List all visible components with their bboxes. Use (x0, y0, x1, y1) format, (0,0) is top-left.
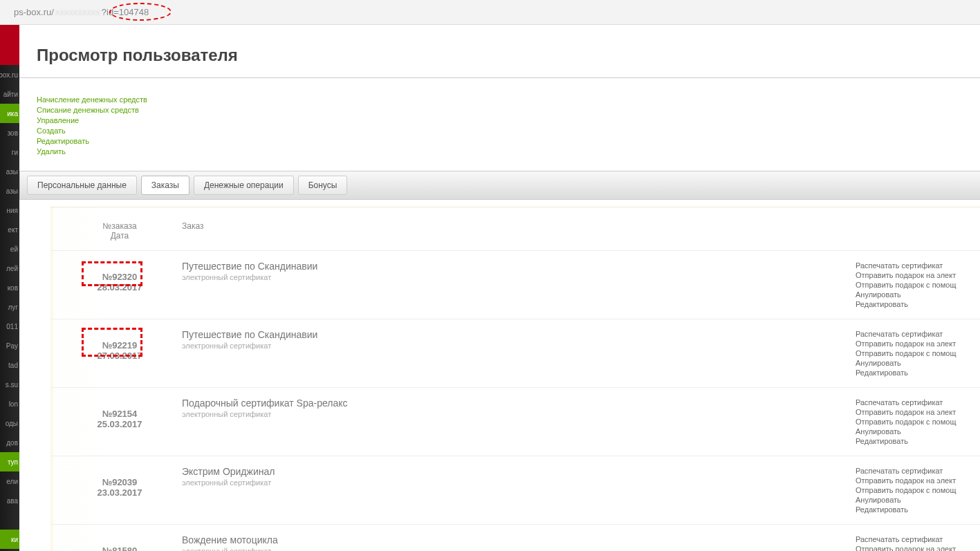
sidebar-item-15[interactable]: tad (0, 355, 19, 375)
sidebar-item-11[interactable]: ков (0, 278, 19, 297)
send-email-link[interactable]: Отправить подарок на элект (856, 476, 977, 485)
order-number: №92039 (64, 477, 175, 487)
order-number: №92154 (64, 409, 175, 419)
action-links: Начисление денежных средствСписание дене… (37, 95, 980, 157)
action-link-3[interactable]: Создать (37, 126, 980, 136)
tab-0[interactable]: Персональные данные (27, 176, 137, 195)
edit-link[interactable]: Редактировать (856, 368, 977, 377)
send-help-link[interactable]: Отправить подарок с помощ (856, 280, 977, 290)
sidebar-item-5[interactable]: азы (0, 162, 19, 181)
sidebar-item-13[interactable]: 011 (0, 317, 19, 336)
sidebar-item-3[interactable]: зов (0, 123, 19, 142)
orders-container: №заказа Дата Заказ №9232028.03.2017Путеш… (50, 207, 980, 551)
header-date-label: Дата (111, 231, 129, 241)
order-title: Подарочный сертификат Spa-релакс (182, 398, 856, 409)
sidebar-item-24[interactable]: ки (0, 530, 19, 549)
sidebar-item-17[interactable]: lon (0, 394, 19, 413)
order-subtitle: электронный сертификат (182, 273, 856, 281)
sidebar: box.ruайтииказовгиазыазынияектейлейковлу… (0, 25, 19, 551)
sidebar-item-22[interactable]: ава (0, 491, 19, 510)
sidebar-item-19[interactable]: дов (0, 433, 19, 452)
order-body: Подарочный сертификат Spa-релаксэлектрон… (175, 398, 856, 446)
order-actions: Распечатать сертификатОтправить подарок … (856, 398, 980, 446)
print-link[interactable]: Распечатать сертификат (856, 329, 977, 339)
sidebar-item-1[interactable]: айти (0, 84, 19, 104)
sidebar-item-9[interactable]: ей (0, 239, 19, 259)
order-body: Экстрим Ориджиналэлектронный сертификат (175, 466, 856, 514)
col-header-actions (842, 221, 980, 241)
url-blurred: xxxxxxxxxx (55, 7, 100, 17)
sidebar-item-10[interactable]: лей (0, 259, 19, 278)
sidebar-item-16[interactable]: s.su (0, 375, 19, 394)
tab-1[interactable]: Заказы (141, 176, 189, 195)
order-body: Путешествие по Скандинавииэлектронный се… (175, 261, 856, 309)
order-subtitle: электронный сертификат (182, 410, 856, 418)
sidebar-item-0[interactable]: box.ru (0, 65, 19, 84)
order-subtitle: электронный сертификат (182, 342, 856, 350)
sidebar-logo[interactable] (0, 25, 19, 65)
order-row: №9221927.03.2017Путешествие по Скандинав… (50, 319, 980, 387)
cancel-link[interactable]: Анулировать (856, 427, 977, 436)
order-id-cell: №9232028.03.2017 (64, 261, 175, 309)
sidebar-item-18[interactable]: оды (0, 413, 19, 433)
tab-3[interactable]: Бонусы (298, 176, 348, 195)
order-number: №81580 (64, 545, 175, 551)
sidebar-item-6[interactable]: азы (0, 181, 19, 200)
cancel-link[interactable]: Анулировать (856, 495, 977, 505)
sidebar-item-23[interactable] (0, 510, 19, 530)
send-help-link[interactable]: Отправить подарок с помощ (856, 417, 977, 427)
sidebar-item-8[interactable]: ект (0, 220, 19, 239)
edit-link[interactable]: Редактировать (856, 436, 977, 446)
orders-header: №заказа Дата Заказ (50, 221, 980, 250)
print-link[interactable]: Распечатать сертификат (856, 261, 977, 270)
col-header-order: Заказ (175, 221, 842, 241)
send-help-link[interactable]: Отправить подарок с помощ (856, 348, 977, 358)
order-row: №9203923.03.2017Экстрим Ориджиналэлектро… (50, 456, 980, 524)
send-email-link[interactable]: Отправить подарок на элект (856, 407, 977, 417)
sidebar-item-7[interactable]: ния (0, 200, 19, 220)
order-date: 25.03.2017 (64, 419, 175, 429)
header-id-label: №заказа (102, 221, 136, 231)
tabs-bar: Персональные данныеЗаказыДенежные операц… (19, 171, 980, 200)
action-link-0[interactable]: Начисление денежных средств (37, 95, 980, 105)
order-subtitle: электронный сертификат (182, 478, 856, 487)
order-date: 27.03.2017 (64, 351, 175, 361)
cancel-link[interactable]: Анулировать (856, 358, 977, 368)
action-link-5[interactable]: Удалить (37, 147, 980, 157)
order-date: 23.03.2017 (64, 487, 175, 498)
order-actions: Распечатать сертификатОтправить подарок … (856, 534, 980, 551)
send-email-link[interactable]: Отправить подарок на элект (856, 270, 977, 280)
send-email-link[interactable]: Отправить подарок на элект (856, 339, 977, 348)
action-link-1[interactable]: Списание денежных средств (37, 105, 980, 115)
tab-2[interactable]: Денежные операции (194, 176, 294, 195)
order-title: Путешествие по Скандинавии (182, 329, 856, 340)
action-link-4[interactable]: Редактировать (37, 136, 980, 147)
order-title: Путешествие по Скандинавии (182, 261, 856, 272)
print-link[interactable]: Распечатать сертификат (856, 398, 977, 407)
order-actions: Распечатать сертификатОтправить подарок … (856, 329, 980, 377)
order-number: №92320 (64, 272, 175, 282)
col-header-id: №заказа Дата (64, 221, 175, 241)
edit-link[interactable]: Редактировать (856, 299, 977, 309)
print-link[interactable]: Распечатать сертификат (856, 466, 977, 476)
sidebar-item-14[interactable]: Pay (0, 336, 19, 355)
sidebar-item-20[interactable]: туп (0, 452, 19, 471)
sidebar-item-12[interactable]: луг (0, 297, 19, 317)
action-link-2[interactable]: Управление (37, 115, 980, 126)
order-actions: Распечатать сертификатОтправить подарок … (856, 261, 980, 309)
sidebar-item-2[interactable]: ика (0, 104, 19, 123)
url-bar[interactable]: ps-box.ru/ xxxxxxxxxx ?id=104748 (0, 0, 980, 25)
order-row: №8158006.10.2016Вождение мотоциклаэлектр… (50, 524, 980, 551)
order-subtitle: электронный сертификат (182, 547, 856, 551)
send-email-link[interactable]: Отправить подарок на элект (856, 544, 977, 551)
sidebar-item-21[interactable]: ели (0, 471, 19, 491)
order-title: Вождение мотоцикла (182, 534, 856, 545)
sidebar-item-4[interactable]: ги (0, 142, 19, 162)
order-body: Вождение мотоциклаэлектронный сертификат (175, 534, 856, 551)
order-number: №92219 (64, 340, 175, 351)
print-link[interactable]: Распечатать сертификат (856, 534, 977, 544)
order-id-cell: №9215425.03.2017 (64, 398, 175, 446)
cancel-link[interactable]: Анулировать (856, 290, 977, 299)
send-help-link[interactable]: Отправить подарок с помощ (856, 485, 977, 495)
edit-link[interactable]: Редактировать (856, 505, 977, 514)
